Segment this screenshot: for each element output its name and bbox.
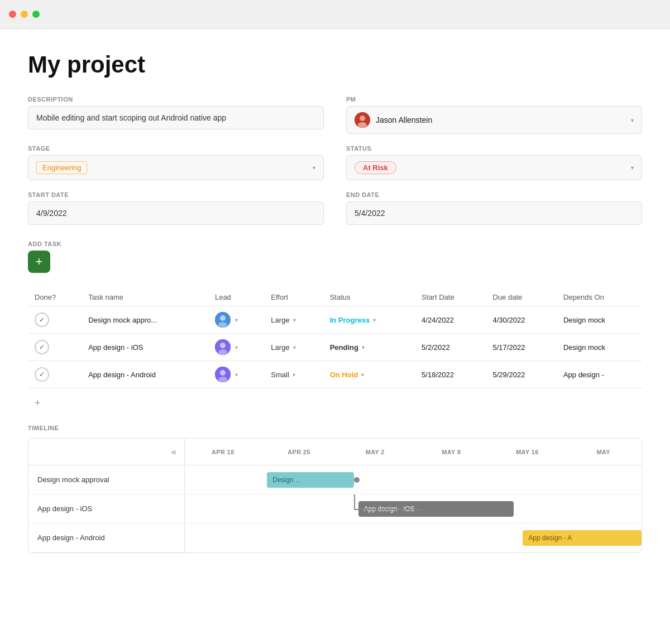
task-done-cell: ✓ <box>28 334 82 361</box>
status-chevron-icon[interactable]: ▾ <box>361 372 364 378</box>
task-lead-cell: ▾ <box>208 361 264 388</box>
add-row-button[interactable]: + <box>28 393 642 414</box>
stage-select[interactable]: Engineering ▾ <box>28 155 324 180</box>
page-title: My project <box>28 51 642 78</box>
col-header-status: Status <box>323 289 415 306</box>
main-content: My project DESCRIPTION Mobile editing an… <box>0 29 670 570</box>
effort-chevron-icon: ▾ <box>293 372 295 378</box>
timeline-task-row-1: App design - iOS <box>28 494 184 523</box>
effort-select[interactable]: Large▾ <box>271 343 316 352</box>
connector-line-v <box>354 494 355 509</box>
table-row: ✓App design - Android▾Small▾On Hold▾5/18… <box>28 361 642 388</box>
task-depends-on-cell: Design mock <box>557 306 642 334</box>
task-status-cell: Pending▾ <box>323 334 415 361</box>
timeline-header-dates: APR 18 APR 25 MAY 2 MAY 9 MAY 16 MAY <box>185 439 642 465</box>
lead-chevron-icon[interactable]: ▾ <box>235 317 238 323</box>
task-depends-on-cell: App design - <box>557 361 642 388</box>
task-status-badge: On Hold <box>330 371 358 379</box>
svg-point-1 <box>360 116 365 121</box>
status-label: STATUS <box>346 145 642 152</box>
timeline-bar-design-mock: Design ... <box>267 472 353 488</box>
lead-chevron-icon[interactable]: ▾ <box>235 344 238 350</box>
status-badge: At Risk <box>355 161 396 174</box>
project-form: DESCRIPTION Mobile editing and start sco… <box>28 96 642 225</box>
pm-avatar <box>355 112 370 128</box>
task-effort-cell: Large▾ <box>264 306 323 334</box>
timeline-container: « Design mock approval App design - iOS … <box>28 438 642 553</box>
task-name-cell: App design - Android <box>82 361 208 388</box>
timeline-bar-row-2: App design - A <box>185 523 642 552</box>
minimize-button[interactable] <box>21 11 28 18</box>
date-apr18: APR 18 <box>185 449 261 455</box>
date-may16: MAY 16 <box>489 449 565 455</box>
maximize-button[interactable] <box>32 11 40 18</box>
task-name-cell: Design mock appro... <box>82 306 208 334</box>
task-lead-avatar <box>215 312 231 328</box>
table-row: ✓App design - iOS▾Large▾Pending▾5/2/2022… <box>28 334 642 361</box>
task-done-cell: ✓ <box>28 361 82 388</box>
pm-select[interactable]: Jason Allenstein ▾ <box>346 106 642 134</box>
start-date-input[interactable]: 4/9/2022 <box>28 201 324 225</box>
svg-point-7 <box>220 343 226 348</box>
status-chevron-icon[interactable]: ▾ <box>373 317 376 323</box>
col-header-depends-on: Depends On <box>557 289 642 306</box>
timeline-back-icon[interactable]: « <box>171 447 176 457</box>
task-lead-cell: ▾ <box>208 306 264 334</box>
stage-label: STAGE <box>28 145 324 152</box>
status-chevron-icon[interactable]: ▾ <box>362 344 365 350</box>
effort-select[interactable]: Large▾ <box>271 316 316 324</box>
task-effort-cell: Small▾ <box>264 361 323 388</box>
date-may2: MAY 2 <box>337 449 413 455</box>
timeline-section: TIMELINE « Design mock approval App desi… <box>28 425 642 553</box>
task-check-button[interactable]: ✓ <box>35 340 49 354</box>
timeline-nav-left[interactable]: « <box>28 439 184 465</box>
task-due-date-cell: 5/29/2022 <box>486 361 557 388</box>
stage-chevron-icon: ▾ <box>313 165 315 171</box>
date-may9: MAY 9 <box>413 449 489 455</box>
pm-label: PM <box>346 96 642 103</box>
add-task-button[interactable]: + <box>28 251 50 273</box>
task-depends-on-cell: Design mock <box>557 334 642 361</box>
col-header-due-date: Due date <box>486 289 557 306</box>
description-label: DESCRIPTION <box>28 96 324 103</box>
timeline-task-row-2: App design - Android <box>28 523 184 552</box>
description-input[interactable]: Mobile editing and start scoping out And… <box>28 106 324 129</box>
date-apr25: APR 25 <box>261 449 337 455</box>
connector-dot-0 <box>354 477 360 483</box>
svg-point-11 <box>218 377 227 382</box>
end-date-input[interactable]: 5/4/2022 <box>346 201 642 225</box>
task-lead-avatar <box>215 339 231 355</box>
task-name-cell: App design - iOS <box>82 334 208 361</box>
timeline-inner: « Design mock approval App design - iOS … <box>28 439 642 552</box>
svg-point-5 <box>218 322 227 328</box>
status-select[interactable]: At Risk ▾ <box>346 155 642 180</box>
task-check-button[interactable]: ✓ <box>35 313 49 327</box>
status-chevron-icon: ▾ <box>631 165 634 171</box>
end-date-field: END DATE 5/4/2022 <box>346 191 642 225</box>
table-row: ✓Design mock appro...▾Large▾In Progress▾… <box>28 306 642 334</box>
effort-select[interactable]: Small▾ <box>271 371 316 379</box>
col-header-start-date: Start Date <box>415 289 486 306</box>
pm-field: PM Jason Allenstein ▾ <box>346 96 642 134</box>
task-start-date-cell: 5/18/2022 <box>415 361 486 388</box>
add-task-label: ADD TASK <box>28 241 642 247</box>
task-status-cell: On Hold▾ <box>323 361 415 388</box>
task-table: Done? Task name Lead Effort Status Start… <box>28 289 642 388</box>
description-field: DESCRIPTION Mobile editing and start sco… <box>28 96 324 134</box>
effort-value: Large <box>271 316 289 324</box>
task-check-button[interactable]: ✓ <box>35 367 49 382</box>
add-task-section: ADD TASK + <box>28 241 642 273</box>
stage-field: STAGE Engineering ▾ <box>28 145 324 180</box>
effort-value: Small <box>271 371 289 379</box>
timeline-chart-rows: Design ... App design - iOS <box>185 465 642 552</box>
lead-chevron-icon[interactable]: ▾ <box>235 372 238 378</box>
task-start-date-cell: 4/24/2022 <box>415 306 486 334</box>
timeline-label: TIMELINE <box>28 425 642 431</box>
svg-point-10 <box>220 370 226 376</box>
task-status-badge: Pending <box>330 343 358 352</box>
timeline-task-row-0: Design mock approval <box>28 465 184 494</box>
status-field: STATUS At Risk ▾ <box>346 145 642 180</box>
timeline-bar-row-0: Design ... <box>185 465 642 494</box>
task-lead-avatar <box>215 367 231 382</box>
close-button[interactable] <box>9 11 16 18</box>
